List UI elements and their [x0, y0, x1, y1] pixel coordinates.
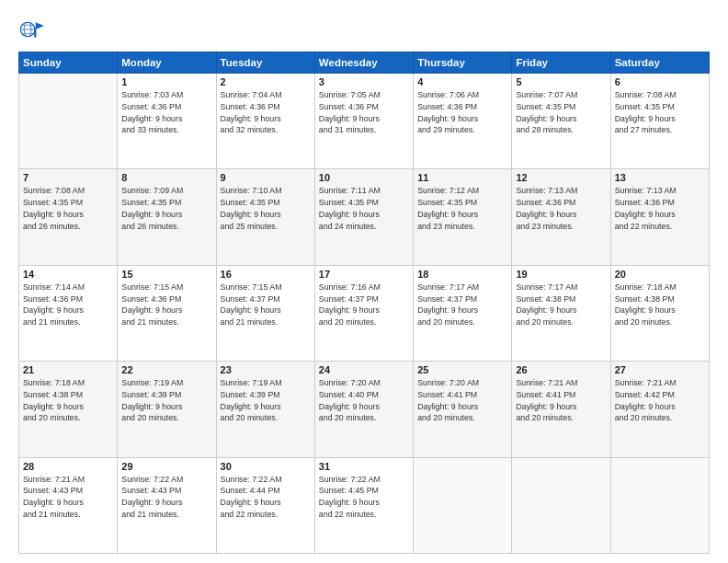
day-info: Sunrise: 7:18 AMSunset: 4:38 PMDaylight:… — [615, 282, 705, 328]
day-info: Sunrise: 7:15 AMSunset: 4:36 PMDaylight:… — [121, 282, 211, 328]
day-info: Sunrise: 7:13 AMSunset: 4:36 PMDaylight:… — [516, 185, 606, 232]
table-row: 16Sunrise: 7:15 AMSunset: 4:37 PMDayligh… — [216, 265, 314, 361]
table-row: 21Sunrise: 7:18 AMSunset: 4:38 PMDayligh… — [19, 362, 118, 457]
calendar-week-row: 1Sunrise: 7:03 AMSunset: 4:36 PMDaylight… — [19, 74, 710, 169]
table-row: 2Sunrise: 7:04 AMSunset: 4:36 PMDaylight… — [216, 74, 314, 169]
table-row: 15Sunrise: 7:15 AMSunset: 4:36 PMDayligh… — [118, 265, 216, 361]
table-row: 9Sunrise: 7:10 AMSunset: 4:35 PMDaylight… — [216, 169, 314, 265]
table-row — [610, 457, 709, 553]
page: Sunday Monday Tuesday Wednesday Thursday… — [0, 0, 728, 563]
day-info: Sunrise: 7:05 AMSunset: 4:36 PMDaylight:… — [319, 89, 409, 136]
calendar-table: Sunday Monday Tuesday Wednesday Thursday… — [18, 52, 710, 554]
day-number: 23 — [221, 364, 311, 375]
table-row: 4Sunrise: 7:06 AMSunset: 4:36 PMDaylight… — [414, 74, 512, 169]
day-info: Sunrise: 7:20 AMSunset: 4:41 PMDaylight:… — [417, 377, 507, 424]
day-info: Sunrise: 7:04 AMSunset: 4:36 PMDaylight:… — [221, 89, 311, 136]
svg-rect-7 — [34, 29, 36, 37]
day-info: Sunrise: 7:14 AMSunset: 4:36 PMDaylight:… — [23, 282, 113, 328]
table-row: 28Sunrise: 7:21 AMSunset: 4:43 PMDayligh… — [19, 457, 118, 553]
table-row — [19, 74, 118, 169]
logo — [18, 17, 48, 42]
day-info: Sunrise: 7:22 AMSunset: 4:43 PMDaylight:… — [121, 474, 211, 521]
day-number: 29 — [121, 461, 211, 472]
col-friday: Friday — [512, 52, 610, 74]
day-number: 3 — [319, 76, 409, 87]
day-info: Sunrise: 7:07 AMSunset: 4:35 PMDaylight:… — [516, 89, 606, 136]
day-info: Sunrise: 7:22 AMSunset: 4:45 PMDaylight:… — [319, 474, 409, 521]
day-number: 4 — [417, 76, 507, 87]
table-row: 13Sunrise: 7:13 AMSunset: 4:36 PMDayligh… — [610, 169, 709, 265]
generalblue-logo-icon — [18, 17, 44, 42]
day-info: Sunrise: 7:11 AMSunset: 4:35 PMDaylight:… — [319, 185, 409, 232]
day-number: 15 — [121, 269, 211, 280]
day-number: 21 — [23, 364, 113, 375]
day-number: 28 — [23, 461, 113, 472]
table-row: 23Sunrise: 7:19 AMSunset: 4:39 PMDayligh… — [216, 362, 314, 457]
day-info: Sunrise: 7:17 AMSunset: 4:37 PMDaylight:… — [417, 282, 507, 328]
day-info: Sunrise: 7:16 AMSunset: 4:37 PMDaylight:… — [319, 282, 409, 328]
table-row: 7Sunrise: 7:08 AMSunset: 4:35 PMDaylight… — [19, 169, 118, 265]
calendar-header-row: Sunday Monday Tuesday Wednesday Thursday… — [19, 52, 710, 74]
day-info: Sunrise: 7:21 AMSunset: 4:41 PMDaylight:… — [516, 377, 606, 424]
day-number: 8 — [121, 172, 211, 183]
table-row: 29Sunrise: 7:22 AMSunset: 4:43 PMDayligh… — [118, 457, 216, 553]
day-number: 16 — [221, 269, 311, 280]
day-number: 13 — [615, 172, 705, 183]
day-number: 17 — [319, 269, 409, 280]
day-info: Sunrise: 7:18 AMSunset: 4:38 PMDaylight:… — [23, 377, 113, 424]
day-number: 19 — [516, 269, 606, 280]
day-number: 22 — [121, 364, 211, 375]
day-info: Sunrise: 7:19 AMSunset: 4:39 PMDaylight:… — [221, 377, 311, 424]
col-sunday: Sunday — [19, 52, 118, 74]
day-number: 2 — [221, 76, 311, 87]
table-row: 27Sunrise: 7:21 AMSunset: 4:42 PMDayligh… — [610, 362, 709, 457]
day-number: 27 — [615, 364, 705, 375]
day-info: Sunrise: 7:17 AMSunset: 4:38 PMDaylight:… — [516, 282, 606, 328]
col-tuesday: Tuesday — [216, 52, 314, 74]
day-info: Sunrise: 7:20 AMSunset: 4:40 PMDaylight:… — [319, 377, 409, 424]
day-info: Sunrise: 7:10 AMSunset: 4:35 PMDaylight:… — [221, 185, 311, 232]
day-number: 20 — [615, 269, 705, 280]
day-number: 14 — [23, 269, 113, 280]
table-row — [414, 457, 512, 553]
table-row: 8Sunrise: 7:09 AMSunset: 4:35 PMDaylight… — [118, 169, 216, 265]
col-monday: Monday — [118, 52, 216, 74]
day-info: Sunrise: 7:03 AMSunset: 4:36 PMDaylight:… — [121, 89, 211, 136]
table-row: 20Sunrise: 7:18 AMSunset: 4:38 PMDayligh… — [610, 265, 709, 361]
day-number: 11 — [417, 172, 507, 183]
calendar-week-row: 7Sunrise: 7:08 AMSunset: 4:35 PMDaylight… — [19, 169, 710, 265]
day-number: 25 — [417, 364, 507, 375]
table-row: 24Sunrise: 7:20 AMSunset: 4:40 PMDayligh… — [314, 362, 413, 457]
day-number: 5 — [516, 76, 606, 87]
day-number: 9 — [221, 172, 311, 183]
day-info: Sunrise: 7:15 AMSunset: 4:37 PMDaylight:… — [221, 282, 311, 328]
calendar-week-row: 21Sunrise: 7:18 AMSunset: 4:38 PMDayligh… — [19, 362, 710, 457]
table-row: 5Sunrise: 7:07 AMSunset: 4:35 PMDaylight… — [512, 74, 610, 169]
day-number: 31 — [319, 461, 409, 472]
header — [18, 17, 710, 42]
table-row: 10Sunrise: 7:11 AMSunset: 4:35 PMDayligh… — [314, 169, 413, 265]
day-info: Sunrise: 7:09 AMSunset: 4:35 PMDaylight:… — [121, 185, 211, 232]
table-row: 30Sunrise: 7:22 AMSunset: 4:44 PMDayligh… — [216, 457, 314, 553]
col-saturday: Saturday — [610, 52, 709, 74]
table-row: 17Sunrise: 7:16 AMSunset: 4:37 PMDayligh… — [314, 265, 413, 361]
col-thursday: Thursday — [414, 52, 512, 74]
table-row: 26Sunrise: 7:21 AMSunset: 4:41 PMDayligh… — [512, 362, 610, 457]
day-info: Sunrise: 7:21 AMSunset: 4:43 PMDaylight:… — [23, 474, 113, 521]
day-info: Sunrise: 7:08 AMSunset: 4:35 PMDaylight:… — [23, 185, 113, 232]
day-info: Sunrise: 7:22 AMSunset: 4:44 PMDaylight:… — [221, 474, 311, 521]
calendar-week-row: 14Sunrise: 7:14 AMSunset: 4:36 PMDayligh… — [19, 265, 710, 361]
day-info: Sunrise: 7:06 AMSunset: 4:36 PMDaylight:… — [417, 89, 507, 136]
table-row: 3Sunrise: 7:05 AMSunset: 4:36 PMDaylight… — [314, 74, 413, 169]
day-number: 6 — [615, 76, 705, 87]
table-row: 31Sunrise: 7:22 AMSunset: 4:45 PMDayligh… — [314, 457, 413, 553]
table-row: 6Sunrise: 7:08 AMSunset: 4:35 PMDaylight… — [610, 74, 709, 169]
table-row: 14Sunrise: 7:14 AMSunset: 4:36 PMDayligh… — [19, 265, 118, 361]
col-wednesday: Wednesday — [314, 52, 413, 74]
day-number: 12 — [516, 172, 606, 183]
table-row — [512, 457, 610, 553]
day-number: 26 — [516, 364, 606, 375]
table-row: 22Sunrise: 7:19 AMSunset: 4:39 PMDayligh… — [118, 362, 216, 457]
day-number: 10 — [319, 172, 409, 183]
calendar-week-row: 28Sunrise: 7:21 AMSunset: 4:43 PMDayligh… — [19, 457, 710, 553]
